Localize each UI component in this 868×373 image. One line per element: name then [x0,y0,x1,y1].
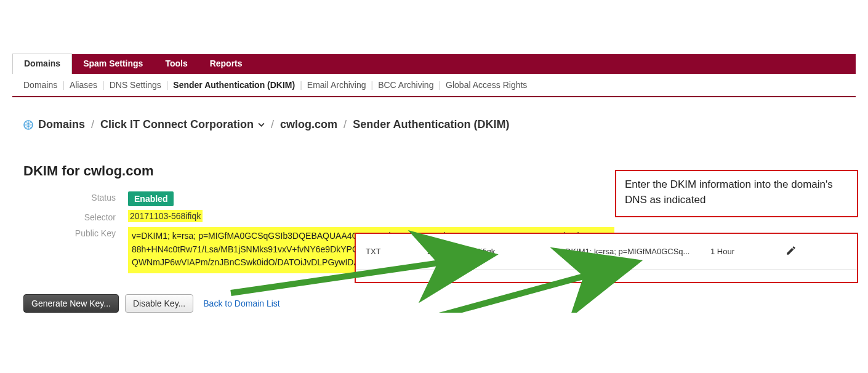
subnav-sep: | [300,80,302,90]
subnav-domains[interactable]: Domains [23,80,57,90]
label-selector: Selector [23,209,128,222]
dns-record-callout: TXT 20171103−568ifiqk v=DKIM1; k=rsa; p=… [355,233,858,283]
label-publickey: Public Key [23,225,128,238]
nav-tabs: Domains Spam Settings Tools Reports [12,54,856,74]
breadcrumb-sep: / [271,118,274,131]
breadcrumb-sep: / [344,118,347,131]
back-to-domain-list-link[interactable]: Back to Domain List [203,299,280,308]
breadcrumb: Domains / Click IT Connect Corporation /… [23,118,856,131]
chevron-down-icon [258,118,265,130]
subnav-email-archiving[interactable]: Email Archiving [307,80,366,90]
tab-spam-settings[interactable]: Spam Settings [72,54,154,74]
tab-reports[interactable]: Reports [199,54,254,74]
button-row: Generate New Key... Disable Key... Back … [23,294,856,313]
disable-key-button[interactable]: Disable Key... [125,294,193,313]
dns-ttl: 1 Hour [710,247,772,256]
instruction-text: Enter the DKIM information into the doma… [625,178,833,206]
breadcrumb-root[interactable]: Domains [38,118,85,131]
subnav-sep: | [371,80,374,90]
subnav-sep: | [166,80,169,90]
globe-icon [23,120,33,130]
subnav-sep: | [102,80,105,90]
subnav-bcc-archiving[interactable]: BCC Archiving [378,80,433,90]
subnav-sep: | [62,80,65,90]
dns-type: TXT [366,247,427,256]
subnav-aliases[interactable]: Aliases [70,80,97,90]
breadcrumb-page: Sender Authentication (DKIM) [353,118,509,131]
subnav-global-access[interactable]: Global Access Rights [446,80,527,90]
status-badge: Enabled [128,191,174,206]
subnav-dns-settings[interactable]: DNS Settings [110,80,161,90]
tab-domains[interactable]: Domains [12,54,72,74]
dns-value: v=DKIM1; k=rsa; p=MIGfMA0GCSq... [557,247,710,256]
breadcrumb-sep: / [91,118,94,131]
dns-name: 20171103−568ifiqk [427,247,557,256]
label-status: Status [23,189,128,203]
breadcrumb-domain[interactable]: cwlog.com [280,118,337,131]
selector-value: 20171103-568ifiqk [128,210,203,222]
instruction-callout: Enter the DKIM information into the doma… [615,170,858,217]
sub-nav: Domains | Aliases | DNS Settings | Sende… [12,74,856,97]
edit-icon[interactable] [786,245,797,258]
dns-record-row: TXT 20171103−568ifiqk v=DKIM1; k=rsa; p=… [356,234,857,270]
generate-new-key-button[interactable]: Generate New Key... [23,294,119,313]
breadcrumb-org[interactable]: Click IT Connect Corporation [100,118,265,131]
tab-tools[interactable]: Tools [154,54,198,74]
subnav-sep: | [438,80,441,90]
subnav-sender-auth[interactable]: Sender Authentication (DKIM) [173,80,295,90]
breadcrumb-org-label: Click IT Connect Corporation [100,118,254,130]
